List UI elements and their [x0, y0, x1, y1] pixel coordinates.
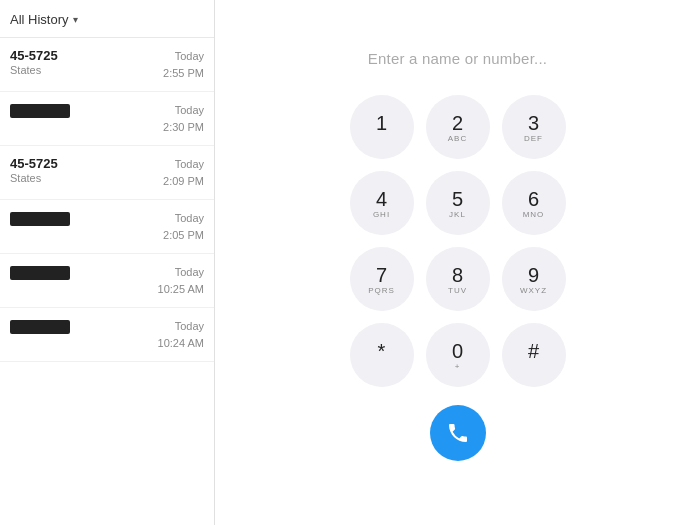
- key-letters: JKL: [449, 211, 466, 219]
- call-info: [10, 210, 70, 228]
- call-location: States: [10, 172, 58, 184]
- key-letters: +: [455, 363, 461, 371]
- call-info: [10, 264, 70, 282]
- call-item[interactable]: Today2:30 PM: [0, 92, 214, 146]
- call-info: [10, 102, 70, 120]
- blocked-name: [10, 212, 70, 226]
- key-number: 0: [452, 340, 463, 362]
- call-item[interactable]: 45-5725 States Today2:55 PM: [0, 38, 214, 92]
- key-number: 9: [528, 264, 539, 286]
- key-number: *: [378, 340, 386, 362]
- key-number: 2: [452, 112, 463, 134]
- call-number: 45-5725: [10, 156, 58, 171]
- key-number: 3: [528, 112, 539, 134]
- key-number: 4: [376, 188, 387, 210]
- call-item[interactable]: Today10:25 AM: [0, 254, 214, 308]
- call-info: 45-5725 States: [10, 48, 58, 76]
- call-time: Today2:09 PM: [163, 156, 204, 189]
- dial-key-8[interactable]: 8 TUV: [426, 247, 490, 311]
- dial-key-2[interactable]: 2 ABC: [426, 95, 490, 159]
- call-time: Today10:24 AM: [158, 318, 204, 351]
- blocked-name: [10, 104, 70, 118]
- call-time: Today2:05 PM: [163, 210, 204, 243]
- key-number: 7: [376, 264, 387, 286]
- dial-key-9[interactable]: 9 WXYZ: [502, 247, 566, 311]
- dial-key-4[interactable]: 4 GHI: [350, 171, 414, 235]
- dial-key-1[interactable]: 1: [350, 95, 414, 159]
- call-item[interactable]: Today2:05 PM: [0, 200, 214, 254]
- key-letters: DEF: [524, 135, 543, 143]
- history-filter-dropdown[interactable]: All History ▾: [10, 12, 204, 27]
- call-button-container: [430, 405, 486, 461]
- call-time: Today2:30 PM: [163, 102, 204, 135]
- key-number: 5: [452, 188, 463, 210]
- dial-key-0[interactable]: 0 +: [426, 323, 490, 387]
- key-letters: PQRS: [368, 287, 395, 295]
- key-letters: TUV: [448, 287, 467, 295]
- call-location: States: [10, 64, 58, 76]
- dial-key-star[interactable]: *: [350, 323, 414, 387]
- dialpad-grid: 1 2 ABC 3 DEF 4 GHI 5 JKL 6 MNO 7 PQRS: [350, 95, 566, 387]
- dial-key-3[interactable]: 3 DEF: [502, 95, 566, 159]
- call-history-panel: All History ▾ 45-5725 States Today2:55 P…: [0, 0, 215, 525]
- key-letters: GHI: [373, 211, 390, 219]
- key-number: #: [528, 340, 539, 362]
- call-button[interactable]: [430, 405, 486, 461]
- call-time: Today10:25 AM: [158, 264, 204, 297]
- key-number: 1: [376, 112, 387, 134]
- key-letters: MNO: [523, 211, 545, 219]
- dialpad-panel: Enter a name or number... 1 2 ABC 3 DEF …: [215, 0, 700, 525]
- dial-key-7[interactable]: 7 PQRS: [350, 247, 414, 311]
- call-number: 45-5725: [10, 48, 58, 63]
- call-info: [10, 318, 70, 336]
- filter-label: All History: [10, 12, 69, 27]
- call-item[interactable]: 45-5725 States Today2:09 PM: [0, 146, 214, 200]
- dial-key-hash[interactable]: #: [502, 323, 566, 387]
- key-number: 8: [452, 264, 463, 286]
- dial-input-placeholder[interactable]: Enter a name or number...: [368, 50, 547, 67]
- blocked-name: [10, 320, 70, 334]
- key-letters: WXYZ: [520, 287, 547, 295]
- call-list: 45-5725 States Today2:55 PM Today2:30 PM…: [0, 38, 214, 525]
- call-item[interactable]: Today10:24 AM: [0, 308, 214, 362]
- phone-icon: [446, 421, 470, 445]
- key-number: 6: [528, 188, 539, 210]
- history-header: All History ▾: [0, 0, 214, 38]
- key-letters: [532, 363, 535, 371]
- key-letters: ABC: [448, 135, 467, 143]
- dial-key-6[interactable]: 6 MNO: [502, 171, 566, 235]
- key-letters: [380, 363, 383, 371]
- dial-key-5[interactable]: 5 JKL: [426, 171, 490, 235]
- key-letters: [380, 135, 383, 143]
- call-info: 45-5725 States: [10, 156, 58, 184]
- call-time: Today2:55 PM: [163, 48, 204, 81]
- blocked-name: [10, 266, 70, 280]
- chevron-down-icon: ▾: [73, 14, 78, 25]
